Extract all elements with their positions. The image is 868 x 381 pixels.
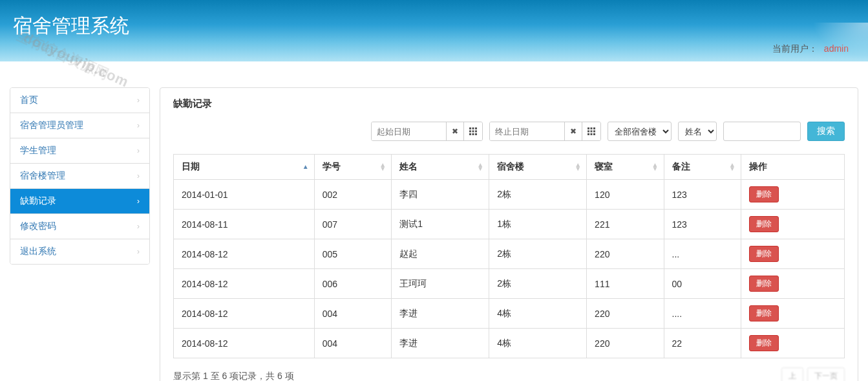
cell-date: 2014-08-12 xyxy=(174,269,315,299)
user-bar: 当前用户： admin xyxy=(0,43,868,55)
sort-icon: ▲▼ xyxy=(652,163,659,171)
delete-button[interactable]: 删除 xyxy=(749,186,779,202)
svg-rect-0 xyxy=(469,127,471,129)
start-date-input[interactable] xyxy=(372,122,446,140)
cell-building: 1栋 xyxy=(489,210,587,239)
svg-rect-8 xyxy=(475,133,477,135)
svg-rect-14 xyxy=(593,131,595,133)
delete-button[interactable]: 删除 xyxy=(749,216,779,232)
col-header-4[interactable]: 寝室▲▼ xyxy=(587,155,664,180)
cell-action: 删除 xyxy=(741,239,844,269)
sidebar-item-0[interactable]: 首页› xyxy=(10,88,149,113)
delete-button[interactable]: 删除 xyxy=(749,335,779,351)
delete-button[interactable]: 删除 xyxy=(749,246,779,262)
cell-building: 4栋 xyxy=(489,299,587,329)
sidebar-item-6[interactable]: 退出系统› xyxy=(10,239,149,264)
chevron-right-icon: › xyxy=(137,197,140,206)
svg-rect-2 xyxy=(475,127,477,129)
header: 宿舍管理系统 当前用户： admin xyxy=(0,0,868,61)
svg-rect-4 xyxy=(472,131,474,133)
svg-rect-10 xyxy=(591,127,593,129)
cell-room: 220 xyxy=(587,299,664,329)
cell-building: 4栋 xyxy=(489,329,587,358)
col-header-5[interactable]: 备注▲▼ xyxy=(664,155,741,180)
sidebar-item-label: 宿舍管理员管理 xyxy=(20,120,83,131)
cell-sid: 005 xyxy=(314,239,391,269)
svg-rect-5 xyxy=(475,131,477,133)
cell-note: ... xyxy=(664,239,741,269)
end-date-input[interactable] xyxy=(490,122,564,140)
cell-action: 删除 xyxy=(741,329,844,358)
cell-sid: 004 xyxy=(314,299,391,329)
building-select[interactable]: 全部宿舍楼 xyxy=(608,122,672,141)
cell-date: 2014-01-01 xyxy=(174,180,315,210)
search-button[interactable]: 搜索 xyxy=(807,122,845,141)
start-date-calendar-icon[interactable] xyxy=(463,122,482,140)
pager-prev[interactable]: 上 xyxy=(781,367,803,381)
col-header-3[interactable]: 宿舍楼▲▼ xyxy=(489,155,587,180)
cell-name: 李进 xyxy=(392,329,489,358)
cell-sid: 002 xyxy=(314,180,391,210)
cell-sid: 006 xyxy=(314,269,391,299)
cell-name: 赵起 xyxy=(392,239,489,269)
table-row: 2014-08-11007测试11栋221123删除 xyxy=(174,210,845,239)
chevron-right-icon: › xyxy=(137,171,140,180)
username-link[interactable]: admin xyxy=(824,43,849,54)
col-header-0[interactable]: 日期▲ xyxy=(174,155,315,180)
col-header-6[interactable]: 操作 xyxy=(741,155,844,180)
cell-name: 测试1 xyxy=(392,210,489,239)
svg-rect-3 xyxy=(469,131,471,133)
cell-action: 删除 xyxy=(741,180,844,210)
col-header-1[interactable]: 学号▲▼ xyxy=(314,155,391,180)
cell-date: 2014-08-12 xyxy=(174,299,315,329)
sidebar-item-4[interactable]: 缺勤记录› xyxy=(10,189,149,214)
sort-icon: ▲▼ xyxy=(575,163,581,171)
svg-rect-7 xyxy=(472,133,474,135)
cell-building: 2栋 xyxy=(489,239,587,269)
start-date-clear[interactable]: ✖ xyxy=(446,122,463,140)
table-footer: 显示第 1 至 6 项记录，共 6 项 上 下一页 xyxy=(173,367,845,381)
cell-name: 李进 xyxy=(392,299,489,329)
svg-rect-1 xyxy=(472,127,474,129)
sidebar-item-1[interactable]: 宿舍管理员管理› xyxy=(10,113,149,138)
field-select[interactable]: 姓名 xyxy=(678,122,717,141)
cell-date: 2014-08-12 xyxy=(174,329,315,358)
end-date-clear[interactable]: ✖ xyxy=(564,122,582,140)
table-row: 2014-08-12004李进4栋22022删除 xyxy=(174,329,845,358)
cell-sid: 004 xyxy=(314,329,391,358)
sidebar-item-label: 退出系统 xyxy=(20,246,56,257)
pagination: 上 下一页 xyxy=(781,367,845,381)
svg-rect-13 xyxy=(591,131,593,133)
cell-action: 删除 xyxy=(741,299,844,329)
sort-icon: ▲▼ xyxy=(729,163,736,171)
table-row: 2014-08-12005赵起2栋220...删除 xyxy=(174,239,845,269)
sidebar-item-label: 缺勤记录 xyxy=(20,195,56,207)
sidebar: 首页›宿舍管理员管理›学生管理›宿舍楼管理›缺勤记录›修改密码›退出系统› xyxy=(10,87,150,381)
delete-button[interactable]: 删除 xyxy=(749,305,779,321)
chevron-right-icon: › xyxy=(137,96,140,105)
sidebar-item-5[interactable]: 修改密码› xyxy=(10,214,149,239)
end-date-group: ✖ xyxy=(489,122,601,141)
cell-sid: 007 xyxy=(314,210,391,239)
pager-next[interactable]: 下一页 xyxy=(807,367,845,381)
sidebar-item-2[interactable]: 学生管理› xyxy=(10,138,149,164)
start-date-group: ✖ xyxy=(371,122,483,141)
svg-rect-6 xyxy=(469,133,471,135)
end-date-calendar-icon[interactable] xyxy=(582,122,600,140)
svg-rect-11 xyxy=(593,127,595,129)
svg-rect-16 xyxy=(591,133,593,135)
sidebar-item-label: 宿舍楼管理 xyxy=(20,170,65,182)
cell-note: 00 xyxy=(664,269,741,299)
sort-icon: ▲▼ xyxy=(477,163,483,171)
content-panel: 缺勤记录 ✖ ✖ 全部宿舍楼 姓名 xyxy=(160,87,858,381)
svg-rect-9 xyxy=(587,127,589,129)
sidebar-item-3[interactable]: 宿舍楼管理› xyxy=(10,164,149,189)
site-title: 宿舍管理系统 xyxy=(13,13,868,39)
svg-rect-15 xyxy=(587,133,589,135)
attendance-table: 日期▲学号▲▼姓名▲▼宿舍楼▲▼寝室▲▼备注▲▼操作 2014-01-01002… xyxy=(173,154,845,358)
sort-icon: ▲▼ xyxy=(379,163,386,171)
delete-button[interactable]: 删除 xyxy=(749,276,779,292)
search-input[interactable] xyxy=(723,122,801,141)
col-header-2[interactable]: 姓名▲▼ xyxy=(392,155,489,180)
chevron-right-icon: › xyxy=(137,222,140,231)
